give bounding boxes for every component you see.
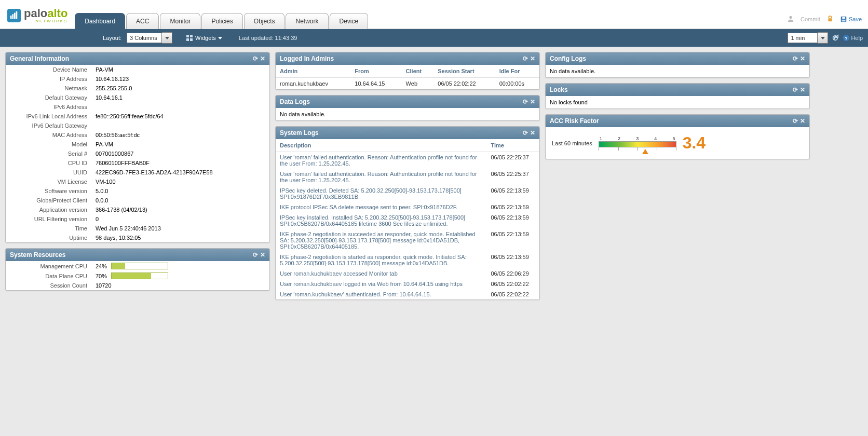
tab-objects[interactable]: Objects	[244, 13, 285, 29]
log-row: IKE protocol IPSec SA delete message sen…	[276, 202, 539, 212]
help-link[interactable]: ?Help	[843, 34, 863, 42]
widget-title: Logged In Admins	[280, 55, 334, 62]
info-row: Application version366-1738 (04/02/13)	[6, 205, 269, 214]
config-logs-widget: Config Logs ⟳✕ No data available.	[545, 52, 810, 78]
close-icon[interactable]: ✕	[260, 55, 265, 62]
log-row: User roman.kuchukbaev logged in via Web …	[276, 279, 539, 289]
refresh-icon[interactable]: ⟳	[523, 55, 528, 62]
logo-text-palo: palo	[24, 7, 47, 20]
col-header: Client	[402, 65, 434, 78]
svg-marker-15	[642, 149, 648, 154]
logo-text-networks: NETWORKS	[24, 19, 67, 23]
no-data-text: No data available.	[276, 108, 539, 120]
log-row: User roman.kuchukbaev accessed Monitor t…	[276, 268, 539, 279]
scale-tick: 1	[600, 136, 602, 141]
layout-label: Layout:	[103, 35, 121, 41]
general-information-widget: General Information ⟳✕ Device NamePA-VMI…	[5, 52, 270, 243]
refresh-icon[interactable]: ⟳	[793, 117, 798, 125]
risk-value: 3.4	[683, 133, 706, 153]
svg-rect-5	[828, 18, 832, 21]
close-icon[interactable]: ✕	[530, 129, 535, 137]
info-row: CPU ID76060100FFFBAB0F	[6, 158, 269, 168]
widget-title: Config Logs	[550, 55, 586, 62]
no-data-text: No locks found	[546, 96, 809, 108]
info-row: MAC Address00:50:56:ae:5f:dc	[6, 130, 269, 140]
layout-select[interactable]: 3 Columns	[127, 32, 172, 44]
log-row: User 'roman' failed authentication. Reas…	[276, 169, 539, 185]
user-icon	[787, 15, 794, 23]
widget-title: Data Logs	[280, 98, 310, 105]
risk-period-label: Last 60 minutes	[552, 140, 592, 146]
info-row: TimeWed Jun 5 22:40:46 2013	[6, 224, 269, 233]
svg-rect-10	[190, 35, 193, 37]
refresh-icon[interactable]: ⟳	[253, 251, 258, 258]
admin-row: roman.kuchukbaev10.64.64.15Web06/05 22:0…	[276, 78, 539, 90]
info-row: ModelPA-VM	[6, 140, 269, 149]
logo-icon	[7, 9, 21, 22]
col-header: Admin	[276, 65, 350, 78]
widget-title: System Logs	[280, 129, 319, 137]
info-row: Uptime98 days, 10:32:05	[6, 233, 269, 242]
scale-tick: 3	[636, 136, 639, 141]
info-row: Serial #007001000867	[6, 149, 269, 158]
tab-monitor[interactable]: Monitor	[160, 13, 200, 29]
close-icon[interactable]: ✕	[530, 55, 535, 62]
refresh-icon[interactable]: ⟳	[523, 129, 528, 137]
tab-network[interactable]: Network	[286, 13, 328, 29]
scale-tick: 4	[654, 136, 657, 141]
info-row: Device NamePA-VM	[6, 65, 269, 74]
log-row: User 'roman' failed authentication. Reas…	[276, 152, 539, 169]
col-header: Session Start	[433, 65, 495, 78]
svg-rect-7	[842, 17, 845, 19]
close-icon[interactable]: ✕	[800, 117, 805, 125]
refresh-icon[interactable]: ⟳	[253, 55, 258, 62]
info-row: IPv6 Link Local Addressfe80::250:56ff:fe…	[6, 112, 269, 121]
refresh-interval-select[interactable]: 1 min	[788, 32, 828, 44]
resource-row: Session Count10720	[6, 281, 269, 290]
scale-tick: 5	[673, 136, 675, 141]
svg-rect-1	[12, 14, 13, 19]
locks-widget: Locks ⟳✕ No locks found	[545, 83, 810, 109]
close-icon[interactable]: ✕	[800, 55, 805, 62]
widget-title: System Resources	[10, 251, 65, 258]
widgets-button[interactable]: Widgets	[183, 33, 225, 43]
widget-title: General Information	[10, 55, 69, 62]
acc-risk-factor-widget: ACC Risk Factor ⟳✕ Last 60 minutes 12345…	[545, 114, 810, 159]
svg-rect-9	[186, 35, 189, 37]
logo-text-alto: alto	[47, 7, 67, 20]
commit-link[interactable]: Commit	[801, 16, 820, 22]
svg-rect-12	[190, 38, 193, 41]
svg-rect-2	[14, 13, 16, 19]
svg-text:?: ?	[845, 36, 848, 41]
refresh-icon[interactable]: ⟳	[523, 98, 528, 105]
save-link[interactable]: Save	[840, 16, 862, 23]
tab-policies[interactable]: Policies	[201, 13, 242, 29]
refresh-icon[interactable]: ⟳	[793, 86, 798, 93]
main-tabs: DashboardACCMonitorPoliciesObjectsNetwor…	[75, 13, 369, 29]
info-row: Software version5.0.0	[6, 186, 269, 196]
scale-tick: 2	[618, 136, 620, 141]
log-row: User 'roman.kuchukbaev' authenticated. F…	[276, 289, 539, 299]
tab-device[interactable]: Device	[330, 13, 369, 29]
svg-rect-3	[16, 11, 18, 19]
no-data-text: No data available.	[546, 65, 809, 77]
close-icon[interactable]: ✕	[260, 251, 265, 258]
info-row: UUID422EC96D-7FE3-E136-AD2A-4213F90A7E58	[6, 168, 269, 177]
col-header: From	[350, 65, 401, 78]
close-icon[interactable]: ✕	[530, 98, 535, 105]
refresh-icon[interactable]: ⟳	[793, 55, 798, 62]
widget-title: Locks	[550, 86, 568, 93]
col-header: Idle For	[495, 65, 539, 78]
info-row: GlobalProtect Client0.0.0	[6, 196, 269, 205]
refresh-icon[interactable]	[831, 34, 839, 42]
info-row: VM LicenseVM-100	[6, 177, 269, 186]
last-updated-label: Last updated:	[239, 35, 274, 41]
resource-row: Data Plane CPU70%	[6, 271, 269, 281]
close-icon[interactable]: ✕	[800, 86, 805, 93]
tab-dashboard[interactable]: Dashboard	[75, 13, 125, 29]
info-row: IPv6 Default Gateway	[6, 121, 269, 130]
col-header: Time	[486, 139, 539, 152]
info-row: Default Gateway10.64.16.1	[6, 93, 269, 102]
tab-acc[interactable]: ACC	[126, 13, 159, 29]
lock-icon[interactable]	[826, 15, 834, 23]
